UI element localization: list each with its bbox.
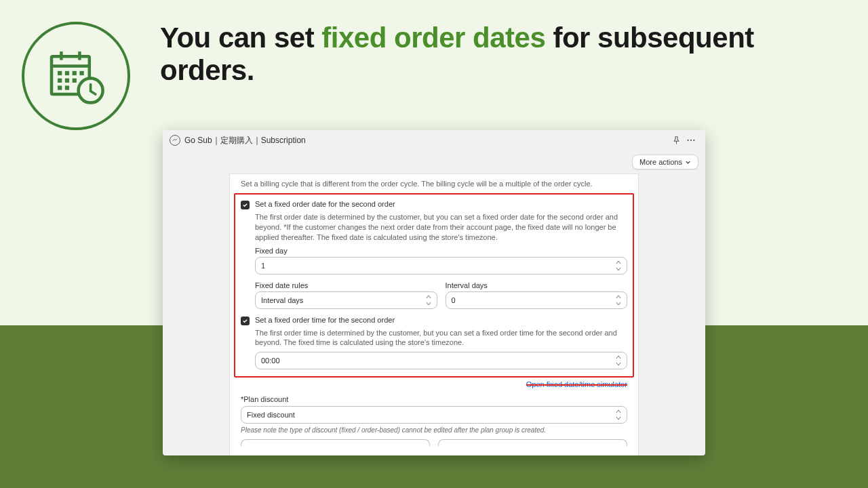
chevron-down-icon [685, 159, 691, 165]
highlighted-section: Set a fixed order date for the second or… [234, 193, 634, 378]
pin-icon[interactable] [669, 133, 684, 148]
input-stub[interactable] [241, 439, 430, 446]
interval-days-label: Interval days [446, 281, 628, 289]
stepper-icon[interactable] [616, 260, 623, 271]
svg-rect-7 [79, 71, 83, 75]
plan-discount-select[interactable]: Fixed discount [241, 406, 627, 424]
svg-rect-8 [58, 79, 62, 83]
svg-rect-5 [65, 71, 69, 75]
stepper-icon[interactable] [616, 409, 623, 420]
plan-discount-label: *Plan discount [241, 395, 627, 403]
app-window: Go Sub｜定期購入｜Subscription More actions Se… [163, 130, 705, 455]
fixed-time-description: The first order time is determined by th… [255, 328, 627, 348]
page-headline: You can set fixed order dates for subseq… [160, 22, 841, 87]
stepper-icon[interactable] [616, 295, 623, 306]
svg-rect-11 [58, 85, 62, 89]
svg-rect-6 [73, 71, 77, 75]
svg-rect-12 [65, 85, 69, 89]
fixed-time-input[interactable]: 00:00 [255, 352, 627, 369]
svg-point-18 [693, 140, 694, 141]
app-logo-icon [170, 135, 180, 146]
svg-point-17 [690, 140, 692, 141]
svg-rect-9 [65, 79, 69, 83]
app-title: Go Sub｜定期購入｜Subscription [184, 135, 306, 146]
calendar-clock-icon [22, 22, 130, 130]
interval-days-input[interactable]: 0 [446, 291, 628, 309]
discount-note: Please note the type of discount (fixed … [241, 426, 627, 434]
fixed-time-checkbox[interactable] [241, 317, 250, 325]
fixed-date-description: The first order date is determined by th… [255, 212, 627, 243]
fixed-day-label: Fixed day [255, 247, 627, 255]
svg-point-16 [687, 140, 688, 141]
svg-rect-10 [73, 79, 77, 83]
fixed-time-label: Set a fixed order time for the second or… [255, 316, 395, 324]
simulator-link[interactable]: Open fixed date/time simulator [241, 380, 627, 388]
fixed-rules-select[interactable]: Interval days [255, 291, 437, 309]
more-icon[interactable] [684, 133, 698, 148]
stepper-icon[interactable] [426, 295, 433, 306]
svg-rect-4 [58, 71, 62, 75]
fixed-date-checkbox[interactable] [241, 201, 250, 209]
fixed-day-input[interactable]: 1 [255, 257, 627, 274]
stepper-icon[interactable] [616, 355, 623, 366]
fixed-rules-label: Fixed date rules [255, 281, 437, 289]
billing-cycle-intro: Set a billing cycle that is different fr… [241, 180, 627, 188]
more-actions-button[interactable]: More actions [632, 155, 698, 169]
input-stub[interactable] [438, 439, 627, 446]
fixed-date-label: Set a fixed order date for the second or… [255, 200, 395, 208]
